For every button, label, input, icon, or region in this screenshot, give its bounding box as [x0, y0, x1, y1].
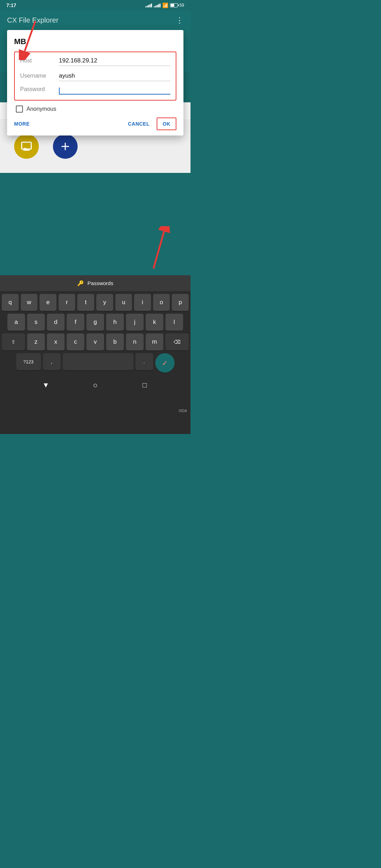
key-a[interactable]: a	[7, 314, 25, 331]
key-icon: 🔑	[77, 280, 84, 287]
key-o[interactable]: o	[153, 294, 170, 311]
key-n[interactable]: n	[126, 333, 144, 350]
wifi-icon: 📶	[162, 2, 168, 8]
key-b[interactable]: b	[106, 333, 124, 350]
comma-key[interactable]: ,	[43, 353, 61, 370]
switch-key[interactable]: ?123	[16, 353, 41, 370]
delete-key[interactable]: ⌫	[165, 333, 189, 350]
key-g[interactable]: g	[86, 314, 104, 331]
keyboard: 🔑 Passwords q w e r t y u i o p a s d f …	[0, 275, 190, 434]
password-row: Password	[20, 86, 170, 95]
fab-yellow-button[interactable]	[14, 134, 39, 159]
cancel-button[interactable]: CANCEL	[123, 118, 155, 129]
back-button[interactable]: ▼	[39, 378, 53, 392]
btn-group: CANCEL OK	[123, 117, 176, 130]
key-u[interactable]: u	[115, 294, 132, 311]
username-row: Username	[20, 71, 170, 81]
key-row-2: a s d f g h j k l	[2, 314, 189, 331]
passwords-label: Passwords	[87, 280, 113, 286]
key-f[interactable]: f	[67, 314, 84, 331]
key-t[interactable]: t	[77, 294, 94, 311]
password-input-wrap[interactable]	[59, 87, 170, 95]
monitor-icon	[20, 140, 33, 153]
time-display: 7:17	[6, 2, 16, 8]
key-z[interactable]: z	[27, 333, 45, 350]
ok-button[interactable]: OK	[157, 117, 176, 130]
key-h[interactable]: h	[106, 314, 124, 331]
cursor	[59, 88, 60, 94]
svg-line-3	[153, 231, 164, 269]
username-input[interactable]	[59, 71, 170, 81]
key-e[interactable]: e	[40, 294, 56, 311]
anonymous-row: Anonymous	[14, 106, 176, 113]
nav-bar: ▼ ○ □	[0, 375, 190, 395]
confirm-key[interactable]: ✓	[155, 353, 175, 373]
key-x[interactable]: x	[47, 333, 65, 350]
xda-watermark: IXDA	[179, 409, 187, 413]
host-input[interactable]	[59, 56, 170, 66]
key-i[interactable]: i	[134, 294, 151, 311]
username-input-wrap[interactable]	[59, 71, 170, 81]
app-bar: CX File Explorer ⋮	[0, 11, 190, 30]
dialog-buttons: MORE CANCEL OK	[14, 117, 176, 130]
fields-section: Host Username Password	[14, 52, 176, 101]
app-title: CX File Explorer	[7, 16, 59, 24]
key-c[interactable]: c	[67, 333, 84, 350]
key-row-4: ?123 , . ✓	[2, 353, 189, 373]
dialog-title: MB	[14, 37, 176, 46]
key-p[interactable]: p	[172, 294, 189, 311]
key-w[interactable]: w	[21, 294, 38, 311]
host-input-wrap[interactable]	[59, 56, 170, 66]
shift-key[interactable]: ⇧	[2, 333, 25, 350]
more-button[interactable]: MORE	[14, 118, 30, 129]
host-label: Host	[20, 58, 59, 66]
key-l[interactable]: l	[165, 314, 183, 331]
period-key[interactable]: .	[135, 353, 153, 370]
key-v[interactable]: v	[86, 333, 104, 350]
host-row: Host	[20, 56, 170, 66]
key-m[interactable]: m	[146, 333, 163, 350]
key-q[interactable]: q	[2, 294, 19, 311]
anonymous-label: Anonymous	[26, 106, 56, 112]
signal-icon	[145, 3, 152, 7]
keyboard-rows: q w e r t y u i o p a s d f g h j k l ⇧ …	[0, 291, 190, 373]
key-r[interactable]: r	[59, 294, 75, 311]
key-y[interactable]: y	[96, 294, 113, 311]
key-s[interactable]: s	[27, 314, 45, 331]
recent-button[interactable]: □	[138, 378, 152, 392]
key-d[interactable]: d	[47, 314, 65, 331]
battery-percent: 59	[180, 3, 184, 8]
svg-rect-4	[24, 148, 27, 149]
add-icon	[59, 140, 72, 153]
more-menu-icon[interactable]: ⋮	[176, 16, 183, 25]
passwords-bar[interactable]: 🔑 Passwords	[0, 275, 190, 291]
password-label: Password	[20, 86, 59, 95]
login-dialog: MB Host Username Password Anonymous	[7, 30, 183, 135]
key-row-1: q w e r t y u i o p	[2, 294, 189, 311]
space-key[interactable]	[63, 353, 133, 370]
home-button[interactable]: ○	[88, 378, 102, 392]
username-label: Username	[20, 73, 59, 81]
anonymous-checkbox[interactable]	[16, 106, 23, 113]
signal-icon-2	[154, 3, 161, 7]
key-k[interactable]: k	[146, 314, 163, 331]
status-bar: 7:17 📶 59	[0, 0, 190, 11]
fab-blue-button[interactable]	[53, 134, 78, 159]
key-row-3: ⇧ z x c v b n m ⌫	[2, 333, 189, 350]
key-j[interactable]: j	[126, 314, 144, 331]
annotation-arrow-up	[146, 226, 175, 273]
status-icons: 📶 59	[145, 2, 184, 8]
battery-icon	[170, 3, 178, 7]
